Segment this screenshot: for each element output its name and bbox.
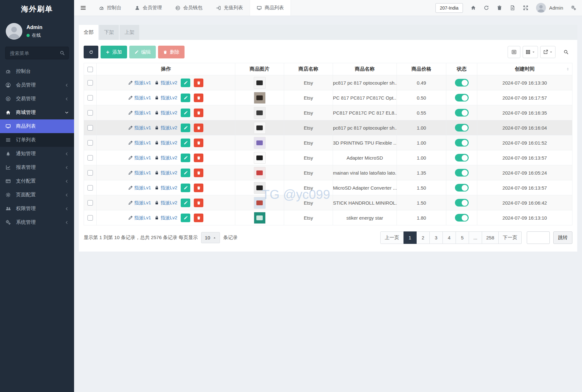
page-button-3[interactable]: 3: [430, 231, 443, 244]
delete-row-button[interactable]: [194, 94, 203, 102]
assign-lv1-link[interactable]: 指派Lv1: [128, 80, 151, 86]
product-image[interactable]: [254, 182, 266, 194]
edit-row-button[interactable]: [181, 169, 190, 177]
assign-lv1-link[interactable]: 指派Lv1: [128, 95, 151, 101]
sidebar-item-notice[interactable]: 通知管理: [0, 147, 74, 161]
product-image[interactable]: [254, 152, 266, 164]
delete-row-button[interactable]: [194, 79, 203, 87]
delete-button[interactable]: 删除: [158, 46, 185, 58]
assign-lv1-link[interactable]: 指派Lv1: [128, 170, 151, 176]
tab-all[interactable]: 全部: [79, 25, 98, 40]
sidebar-item-members[interactable]: 会员管理: [0, 78, 74, 92]
row-checkbox[interactable]: [87, 95, 93, 101]
assign-lv2-link[interactable]: 指派Lv2: [155, 125, 177, 131]
status-toggle[interactable]: [455, 79, 469, 87]
delete-row-button[interactable]: [194, 139, 203, 147]
sort-icon[interactable]: [566, 67, 570, 71]
table-search-button[interactable]: [560, 46, 572, 58]
edit-row-button[interactable]: [181, 79, 190, 87]
edit-row-button[interactable]: [181, 124, 190, 132]
assign-lv1-link[interactable]: 指派Lv1: [128, 200, 151, 206]
product-image[interactable]: [254, 107, 266, 119]
row-checkbox[interactable]: [87, 185, 93, 191]
status-toggle[interactable]: [455, 124, 469, 132]
page-size-select[interactable]: 10: [201, 232, 220, 243]
page-button-2[interactable]: 2: [417, 231, 430, 244]
assign-lv2-link[interactable]: 指派Lv2: [155, 215, 177, 221]
edit-row-button[interactable]: [181, 139, 190, 147]
edit-row-button[interactable]: [181, 214, 190, 222]
status-toggle[interactable]: [455, 154, 469, 162]
page-button-上一页[interactable]: 上一页: [380, 231, 404, 244]
assign-lv2-link[interactable]: 指派Lv2: [155, 200, 177, 206]
assign-lv1-link[interactable]: 指派Lv1: [128, 140, 151, 146]
topnav-item-recharge[interactable]: 充值列表: [209, 0, 250, 16]
status-toggle[interactable]: [455, 139, 469, 147]
row-checkbox[interactable]: [87, 215, 93, 221]
page-button-下一页[interactable]: 下一页: [499, 231, 522, 244]
row-checkbox[interactable]: [87, 125, 93, 131]
sidebar-item-mall[interactable]: 商城管理: [0, 106, 74, 119]
clear-cache-icon[interactable]: [510, 5, 515, 11]
row-checkbox[interactable]: [87, 200, 93, 206]
sidebar-item-products[interactable]: 商品列表: [0, 119, 74, 133]
sidebar-item-reports[interactable]: 报表管理: [0, 161, 74, 174]
hamburger-menu-icon[interactable]: [74, 0, 92, 16]
edit-button[interactable]: 编辑: [129, 46, 156, 58]
status-toggle[interactable]: [455, 184, 469, 192]
refresh-button[interactable]: [84, 46, 98, 58]
page-button-4[interactable]: 4: [443, 231, 456, 244]
delete-row-button[interactable]: [194, 214, 203, 222]
delete-row-button[interactable]: [194, 124, 203, 132]
row-checkbox[interactable]: [87, 110, 93, 116]
home-icon[interactable]: [471, 5, 476, 11]
edit-row-button[interactable]: [181, 199, 190, 207]
page-button-5[interactable]: 5: [456, 231, 469, 244]
sidebar-item-orders[interactable]: 订单列表: [0, 133, 74, 147]
product-image[interactable]: [254, 92, 266, 104]
assign-lv2-link[interactable]: 指派Lv2: [155, 95, 177, 101]
jump-button[interactable]: 跳转: [553, 231, 572, 244]
product-image[interactable]: [254, 167, 266, 179]
page-button-...[interactable]: ...: [469, 231, 482, 244]
assign-lv1-link[interactable]: 指派Lv1: [128, 185, 151, 191]
menu-search-input[interactable]: [5, 47, 69, 59]
status-toggle[interactable]: [455, 94, 469, 102]
status-toggle[interactable]: [455, 109, 469, 117]
product-image[interactable]: [254, 77, 266, 89]
sidebar-item-payment[interactable]: 支付配置: [0, 174, 74, 188]
status-toggle[interactable]: [455, 169, 469, 177]
add-button[interactable]: 添加: [101, 46, 127, 58]
assign-lv2-link[interactable]: 指派Lv2: [155, 170, 177, 176]
product-image[interactable]: [254, 122, 266, 134]
assign-lv2-link[interactable]: 指派Lv2: [155, 185, 177, 191]
assign-lv2-link[interactable]: 指派Lv2: [155, 140, 177, 146]
delete-row-button[interactable]: [194, 184, 203, 192]
row-checkbox[interactable]: [87, 140, 93, 146]
trash-icon[interactable]: [497, 5, 502, 11]
delete-row-button[interactable]: [194, 199, 203, 207]
assign-lv2-link[interactable]: 指派Lv2: [155, 80, 177, 86]
status-toggle[interactable]: [455, 199, 469, 207]
row-checkbox[interactable]: [87, 80, 93, 86]
columns-button[interactable]: [523, 46, 538, 58]
topnav-item-products[interactable]: 商品列表: [250, 0, 291, 16]
status-toggle[interactable]: [455, 214, 469, 222]
search-icon[interactable]: [60, 50, 65, 56]
tab-offline[interactable]: 下架: [99, 25, 119, 40]
row-checkbox[interactable]: [87, 170, 93, 176]
page-button-258[interactable]: 258: [482, 231, 499, 244]
jump-page-input[interactable]: [527, 231, 550, 244]
settings-gears-icon[interactable]: [571, 5, 576, 11]
sidebar-item-console[interactable]: 控制台: [0, 64, 74, 78]
product-image[interactable]: [254, 212, 266, 224]
topnav-item-console[interactable]: 控制台: [92, 0, 128, 16]
tab-online[interactable]: 上架: [120, 25, 139, 40]
delete-row-button[interactable]: [194, 169, 203, 177]
row-checkbox[interactable]: [87, 155, 93, 161]
product-image[interactable]: [254, 137, 266, 149]
fullscreen-icon[interactable]: [523, 5, 528, 11]
edit-row-button[interactable]: [181, 109, 190, 117]
topbar-user[interactable]: Admin: [536, 3, 563, 13]
edit-row-button[interactable]: [181, 154, 190, 162]
